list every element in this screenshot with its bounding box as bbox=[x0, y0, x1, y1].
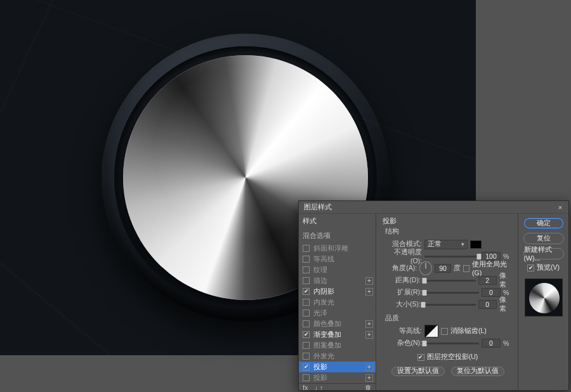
close-icon[interactable]: × bbox=[555, 204, 566, 211]
effect-checkbox[interactable] bbox=[303, 277, 310, 284]
effect-checkbox[interactable] bbox=[303, 245, 310, 252]
trash-icon[interactable]: 🗑 bbox=[365, 384, 372, 390]
cancel-button[interactable]: 复位 bbox=[523, 233, 564, 244]
new-style-button[interactable]: 新建样式(W)... bbox=[523, 248, 564, 259]
opacity-label: 不透明度(O): bbox=[383, 248, 422, 265]
antialias-checkbox[interactable] bbox=[441, 328, 448, 335]
size-label: 大小(S): bbox=[383, 300, 421, 309]
effect-item[interactable]: ✔投影+ bbox=[299, 362, 376, 372]
effect-label: 投影 bbox=[313, 374, 327, 382]
preview-swatch bbox=[525, 278, 563, 317]
effect-checkbox[interactable]: ✔ bbox=[303, 288, 310, 295]
dialog-titlebar[interactable]: 图层样式 × bbox=[299, 201, 568, 214]
angle-input[interactable]: 90 bbox=[435, 264, 451, 273]
noise-input[interactable]: 0 bbox=[482, 339, 501, 348]
distance-unit: 像素 bbox=[499, 271, 513, 289]
effect-checkbox[interactable] bbox=[303, 320, 310, 327]
effect-item[interactable]: 内发光 bbox=[299, 297, 376, 308]
size-input[interactable]: 0 bbox=[478, 300, 497, 309]
spread-label: 扩展(R): bbox=[383, 288, 422, 297]
effect-checkbox[interactable] bbox=[303, 342, 310, 349]
shadow-color-swatch[interactable] bbox=[470, 240, 482, 249]
effect-label: 描边 bbox=[313, 277, 327, 285]
distance-input[interactable]: 2 bbox=[478, 276, 497, 285]
effect-checkbox[interactable] bbox=[303, 374, 310, 381]
angle-unit: 度 bbox=[454, 264, 461, 273]
add-effect-icon[interactable]: + bbox=[365, 288, 373, 296]
reorder-arrows-icon[interactable]: ↓ ↑ bbox=[315, 384, 324, 390]
effect-item[interactable]: ✔渐变叠加+ bbox=[299, 329, 376, 340]
effect-checkbox[interactable]: ✔ bbox=[303, 363, 310, 370]
effects-list: 斜面和浮雕等高线纹理描边+✔内阴影+内发光光泽颜色叠加+✔渐变叠加+图案叠加外发… bbox=[299, 243, 376, 383]
layer-style-dialog: 图层样式 × 样式 混合选项 斜面和浮雕等高线纹理描边+✔内阴影+内发光光泽颜色… bbox=[298, 200, 569, 391]
effect-label: 外发光 bbox=[313, 352, 334, 361]
effect-label: 投影 bbox=[313, 363, 327, 372]
add-effect-icon[interactable]: + bbox=[365, 374, 373, 382]
size-unit: 像素 bbox=[499, 296, 513, 313]
effect-item[interactable]: 颜色叠加+ bbox=[299, 318, 376, 329]
effect-checkbox[interactable] bbox=[303, 310, 310, 317]
quality-group-label: 品质 bbox=[385, 314, 513, 323]
styles-header[interactable]: 样式 bbox=[299, 214, 376, 228]
effect-label: 内发光 bbox=[313, 298, 334, 307]
blend-mode-label: 混合模式: bbox=[383, 240, 422, 249]
noise-unit: % bbox=[503, 339, 509, 347]
knockout-checkbox[interactable]: ✔ bbox=[417, 354, 424, 361]
dialog-title: 图层样式 bbox=[304, 202, 555, 212]
effect-checkbox[interactable]: ✔ bbox=[303, 331, 310, 338]
global-light-checkbox[interactable] bbox=[463, 265, 469, 272]
section-title: 投影 bbox=[383, 216, 513, 226]
distance-slider[interactable] bbox=[423, 280, 476, 282]
distance-label: 距离(D): bbox=[383, 276, 421, 285]
effect-item[interactable]: 纹理 bbox=[299, 265, 376, 275]
effect-label: 纹理 bbox=[313, 266, 327, 275]
effect-checkbox[interactable] bbox=[303, 299, 310, 306]
noise-label: 杂色(N): bbox=[383, 339, 422, 348]
fx-icon[interactable]: fx bbox=[303, 384, 308, 390]
effect-label: 渐变叠加 bbox=[313, 330, 341, 339]
effect-item[interactable]: 斜面和浮雕 bbox=[299, 243, 376, 254]
effect-item[interactable]: 描边+ bbox=[299, 275, 376, 286]
effect-item[interactable]: 图案叠加 bbox=[299, 340, 376, 351]
effect-item[interactable]: 光泽 bbox=[299, 308, 376, 318]
blend-options[interactable]: 混合选项 bbox=[299, 228, 376, 243]
effect-label: 等高线 bbox=[313, 255, 334, 264]
effects-footer: fx ↓ ↑ 🗑 bbox=[299, 383, 376, 390]
knockout-label: 图层挖空投影(U) bbox=[427, 353, 478, 362]
effect-label: 内阴影 bbox=[313, 287, 334, 296]
effect-label: 斜面和浮雕 bbox=[313, 244, 348, 253]
effect-label: 图案叠加 bbox=[313, 341, 341, 350]
opacity-input[interactable]: 100 bbox=[482, 252, 501, 261]
effects-panel: 样式 混合选项 斜面和浮雕等高线纹理描边+✔内阴影+内发光光泽颜色叠加+✔渐变叠… bbox=[299, 214, 376, 390]
opacity-unit: % bbox=[503, 252, 509, 260]
angle-dial[interactable] bbox=[419, 261, 432, 275]
add-effect-icon[interactable]: + bbox=[365, 320, 373, 328]
dialog-right-column: 确定 复位 新建样式(W)... ✔ 预览(V) bbox=[518, 214, 568, 390]
noise-slider[interactable] bbox=[424, 343, 479, 344]
reset-default-button[interactable]: 复位为默认值 bbox=[451, 367, 504, 376]
spread-input[interactable]: 0 bbox=[482, 288, 501, 297]
effect-item[interactable]: 等高线 bbox=[299, 254, 376, 265]
size-slider[interactable] bbox=[423, 304, 476, 306]
ok-button[interactable]: 确定 bbox=[523, 218, 564, 229]
add-effect-icon[interactable]: + bbox=[365, 363, 373, 371]
effect-label: 光泽 bbox=[313, 309, 327, 318]
make-default-button[interactable]: 设置为默认值 bbox=[391, 367, 445, 376]
add-effect-icon[interactable]: + bbox=[365, 331, 373, 339]
opacity-slider[interactable] bbox=[424, 256, 479, 258]
contour-swatch[interactable] bbox=[424, 325, 438, 337]
effect-checkbox[interactable] bbox=[303, 266, 310, 273]
effect-label: 颜色叠加 bbox=[313, 320, 341, 329]
antialias-label: 消除锯齿(L) bbox=[450, 327, 487, 336]
preview-label: 预览(V) bbox=[537, 263, 560, 272]
structure-group-label: 结构 bbox=[385, 227, 513, 236]
blend-mode-dropdown[interactable]: 正常 bbox=[424, 240, 468, 249]
effect-item[interactable]: ✔内阴影+ bbox=[299, 286, 376, 297]
effect-checkbox[interactable] bbox=[303, 353, 310, 360]
add-effect-icon[interactable]: + bbox=[365, 277, 373, 285]
preview-checkbox[interactable]: ✔ bbox=[527, 265, 534, 271]
effect-item[interactable]: 外发光 bbox=[299, 351, 376, 362]
effect-item[interactable]: 投影+ bbox=[299, 372, 376, 383]
spread-slider[interactable] bbox=[424, 292, 479, 294]
effect-checkbox[interactable] bbox=[303, 256, 310, 263]
